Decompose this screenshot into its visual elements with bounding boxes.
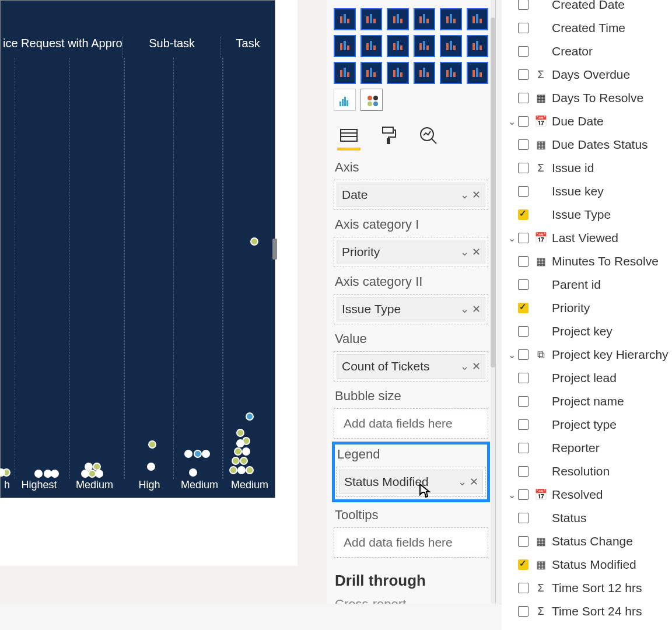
field-row[interactable]: ▦Status Change xyxy=(505,530,668,553)
field-checkbox[interactable] xyxy=(518,583,528,593)
viz-type-button[interactable] xyxy=(360,62,383,84)
field-row[interactable]: Creator xyxy=(505,40,668,63)
axis-field-chip[interactable]: Date ⌄✕ xyxy=(337,183,485,207)
viz-type-button[interactable] xyxy=(467,62,489,84)
field-row[interactable]: Status xyxy=(505,506,668,530)
value-field-chip[interactable]: Count of Tickets ⌄✕ xyxy=(337,354,485,379)
field-checkbox[interactable] xyxy=(518,443,528,453)
field-checkbox[interactable] xyxy=(518,373,528,383)
field-checkbox[interactable] xyxy=(518,256,528,267)
scatter-chart-visual[interactable]: ice Request with Approvals Sub-task Task xyxy=(0,0,275,498)
remove-field-icon[interactable]: ✕ xyxy=(468,475,479,488)
viz-type-button[interactable] xyxy=(414,62,436,84)
analytics-tab[interactable] xyxy=(416,124,440,147)
field-checkbox[interactable] xyxy=(518,326,528,337)
cat1-well[interactable]: Priority ⌄✕ xyxy=(334,237,488,267)
legend-field-chip[interactable]: Status Modified ⌄✕ xyxy=(339,470,483,494)
expand-chevron-icon[interactable]: ⌄ xyxy=(505,489,518,501)
legend-well[interactable]: Status Modified ⌄✕ xyxy=(336,467,486,497)
viz-type-button[interactable] xyxy=(334,62,356,84)
field-checkbox[interactable] xyxy=(518,279,528,290)
field-checkbox[interactable] xyxy=(518,303,528,313)
cat2-well[interactable]: Issue Type ⌄✕ xyxy=(334,294,488,324)
field-checkbox[interactable] xyxy=(518,186,528,197)
fields-tab[interactable] xyxy=(337,124,360,147)
chevron-down-icon[interactable]: ⌄ xyxy=(459,360,470,373)
axis-well[interactable]: Date ⌄✕ xyxy=(334,180,488,210)
viz-type-button[interactable] xyxy=(360,89,383,111)
vis-pane-scrollbar-thumb[interactable] xyxy=(491,18,495,368)
field-row[interactable]: Parent id xyxy=(505,273,668,296)
report-canvas[interactable]: ice Request with Approvals Sub-task Task xyxy=(0,0,298,566)
viz-type-button[interactable] xyxy=(467,35,489,57)
field-row[interactable]: ⌄📅Last Viewed xyxy=(505,226,668,250)
field-row[interactable]: ⌄📅Due Date xyxy=(505,110,668,133)
field-checkbox[interactable] xyxy=(518,46,528,57)
field-checkbox[interactable] xyxy=(518,513,528,523)
field-checkbox[interactable] xyxy=(518,489,528,500)
field-checkbox[interactable] xyxy=(518,606,528,617)
remove-field-icon[interactable]: ✕ xyxy=(471,188,481,201)
field-checkbox[interactable] xyxy=(518,419,528,430)
viz-type-button[interactable] xyxy=(360,35,383,57)
field-row[interactable]: Project key xyxy=(505,320,668,343)
remove-field-icon[interactable]: ✕ xyxy=(471,246,481,258)
viz-type-button[interactable] xyxy=(360,8,383,30)
field-row[interactable]: Resolution xyxy=(505,460,668,483)
field-row[interactable]: ΣDays Overdue xyxy=(505,63,668,86)
cat2-field-chip[interactable]: Issue Type ⌄✕ xyxy=(337,297,485,321)
fields-list[interactable]: Created DateCreated TimeCreatorΣDays Ove… xyxy=(502,0,672,630)
field-row[interactable]: ΣTime Sort 24 hrs xyxy=(505,600,668,623)
field-checkbox[interactable] xyxy=(518,349,528,360)
field-checkbox[interactable] xyxy=(518,466,528,477)
field-row[interactable]: ▦Due Dates Status xyxy=(505,133,668,156)
field-checkbox[interactable] xyxy=(518,139,528,150)
field-row[interactable]: Project name xyxy=(505,390,668,413)
remove-field-icon[interactable]: ✕ xyxy=(471,360,481,373)
field-row[interactable]: ΣTime Sort 12 hrs xyxy=(505,576,668,600)
chevron-down-icon[interactable]: ⌄ xyxy=(459,188,470,201)
field-checkbox[interactable] xyxy=(518,93,528,103)
field-checkbox[interactable] xyxy=(518,396,528,407)
chevron-down-icon[interactable]: ⌄ xyxy=(459,303,470,316)
field-row[interactable]: ⌄📅Resolved xyxy=(505,483,668,506)
viz-type-button[interactable] xyxy=(414,8,436,30)
viz-type-button[interactable] xyxy=(334,35,356,57)
field-checkbox[interactable] xyxy=(518,116,528,127)
viz-type-button[interactable] xyxy=(414,35,436,57)
expand-chevron-icon[interactable]: ⌄ xyxy=(505,233,518,244)
field-checkbox[interactable] xyxy=(518,0,528,10)
value-well[interactable]: Count of Tickets ⌄✕ xyxy=(334,351,488,382)
field-row[interactable]: ▦Status Modified xyxy=(505,553,668,576)
field-checkbox[interactable] xyxy=(518,233,528,243)
tooltips-well[interactable]: Add data fields here xyxy=(334,527,488,558)
field-row[interactable]: Issue key xyxy=(505,180,668,203)
field-row[interactable]: ▦Days To Resolve xyxy=(505,86,668,110)
viz-type-button[interactable] xyxy=(467,8,489,30)
viz-type-button[interactable] xyxy=(440,8,462,30)
viz-type-button[interactable] xyxy=(387,35,409,57)
cat1-field-chip[interactable]: Priority ⌄✕ xyxy=(337,240,485,264)
field-checkbox[interactable] xyxy=(518,536,528,547)
visual-resize-handle[interactable] xyxy=(272,239,277,260)
field-row[interactable]: ▦Minutes To Resolve xyxy=(505,250,668,273)
field-row[interactable]: ΣIssue id xyxy=(505,156,668,180)
field-row[interactable]: ⌄⧉Project key Hierarchy xyxy=(505,343,668,366)
field-row[interactable]: Project type xyxy=(505,413,668,436)
expand-chevron-icon[interactable]: ⌄ xyxy=(505,349,518,360)
viz-type-button[interactable] xyxy=(440,35,462,57)
field-row[interactable]: Priority xyxy=(505,296,668,320)
field-checkbox[interactable] xyxy=(518,23,528,33)
remove-field-icon[interactable]: ✕ xyxy=(471,303,481,316)
field-row[interactable]: Issue Type xyxy=(505,203,668,226)
viz-type-button[interactable] xyxy=(334,8,356,30)
field-checkbox[interactable] xyxy=(518,209,528,220)
viz-type-button[interactable] xyxy=(387,62,409,84)
field-row[interactable]: Reporter xyxy=(505,436,668,460)
viz-type-button[interactable] xyxy=(334,89,356,111)
format-tab[interactable] xyxy=(377,124,400,147)
chevron-down-icon[interactable]: ⌄ xyxy=(459,246,470,258)
chevron-down-icon[interactable]: ⌄ xyxy=(457,475,467,488)
field-checkbox[interactable] xyxy=(518,69,528,80)
bubble-well[interactable]: Add data fields here xyxy=(334,408,488,439)
